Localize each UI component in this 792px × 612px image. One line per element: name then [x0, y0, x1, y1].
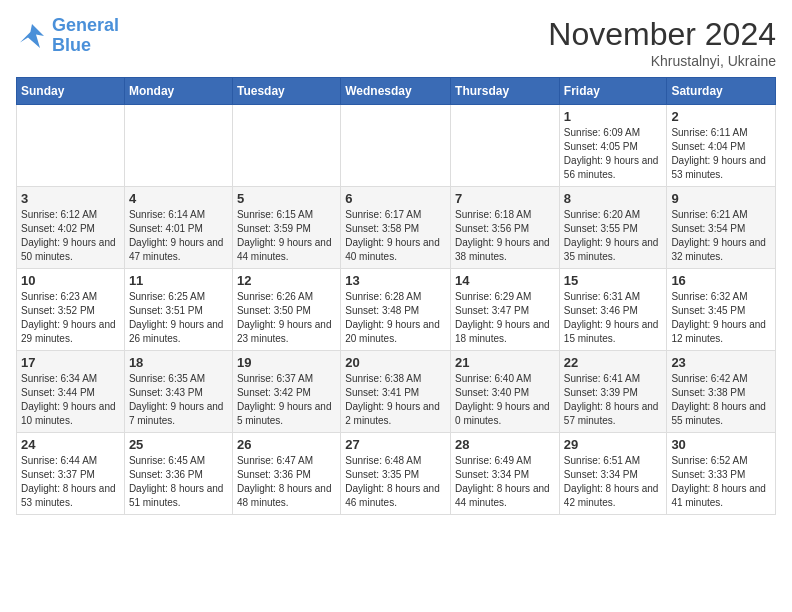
calendar-cell: 6Sunrise: 6:17 AM Sunset: 3:58 PM Daylig…: [341, 187, 451, 269]
calendar-cell: 12Sunrise: 6:26 AM Sunset: 3:50 PM Dayli…: [232, 269, 340, 351]
calendar-cell: 10Sunrise: 6:23 AM Sunset: 3:52 PM Dayli…: [17, 269, 125, 351]
day-info: Sunrise: 6:18 AM Sunset: 3:56 PM Dayligh…: [455, 208, 555, 264]
calendar-cell: [232, 105, 340, 187]
day-number: 16: [671, 273, 771, 288]
day-number: 29: [564, 437, 663, 452]
calendar-cell: 26Sunrise: 6:47 AM Sunset: 3:36 PM Dayli…: [232, 433, 340, 515]
calendar-cell: 18Sunrise: 6:35 AM Sunset: 3:43 PM Dayli…: [124, 351, 232, 433]
calendar-cell: 28Sunrise: 6:49 AM Sunset: 3:34 PM Dayli…: [451, 433, 560, 515]
calendar-cell: 11Sunrise: 6:25 AM Sunset: 3:51 PM Dayli…: [124, 269, 232, 351]
weekday-header: Saturday: [667, 78, 776, 105]
day-number: 23: [671, 355, 771, 370]
day-number: 22: [564, 355, 663, 370]
day-info: Sunrise: 6:31 AM Sunset: 3:46 PM Dayligh…: [564, 290, 663, 346]
weekday-header: Friday: [559, 78, 667, 105]
day-info: Sunrise: 6:37 AM Sunset: 3:42 PM Dayligh…: [237, 372, 336, 428]
day-number: 7: [455, 191, 555, 206]
month-title: November 2024: [548, 16, 776, 53]
day-number: 27: [345, 437, 446, 452]
day-info: Sunrise: 6:14 AM Sunset: 4:01 PM Dayligh…: [129, 208, 228, 264]
day-info: Sunrise: 6:34 AM Sunset: 3:44 PM Dayligh…: [21, 372, 120, 428]
logo: General Blue: [16, 16, 119, 56]
day-info: Sunrise: 6:44 AM Sunset: 3:37 PM Dayligh…: [21, 454, 120, 510]
calendar-cell: 7Sunrise: 6:18 AM Sunset: 3:56 PM Daylig…: [451, 187, 560, 269]
calendar-cell: 13Sunrise: 6:28 AM Sunset: 3:48 PM Dayli…: [341, 269, 451, 351]
calendar-cell: 4Sunrise: 6:14 AM Sunset: 4:01 PM Daylig…: [124, 187, 232, 269]
calendar-cell: 23Sunrise: 6:42 AM Sunset: 3:38 PM Dayli…: [667, 351, 776, 433]
location: Khrustalnyi, Ukraine: [548, 53, 776, 69]
day-info: Sunrise: 6:45 AM Sunset: 3:36 PM Dayligh…: [129, 454, 228, 510]
day-info: Sunrise: 6:26 AM Sunset: 3:50 PM Dayligh…: [237, 290, 336, 346]
day-number: 26: [237, 437, 336, 452]
day-number: 30: [671, 437, 771, 452]
day-number: 25: [129, 437, 228, 452]
calendar-cell: 27Sunrise: 6:48 AM Sunset: 3:35 PM Dayli…: [341, 433, 451, 515]
day-number: 13: [345, 273, 446, 288]
calendar-header: SundayMondayTuesdayWednesdayThursdayFrid…: [17, 78, 776, 105]
day-info: Sunrise: 6:17 AM Sunset: 3:58 PM Dayligh…: [345, 208, 446, 264]
day-info: Sunrise: 6:21 AM Sunset: 3:54 PM Dayligh…: [671, 208, 771, 264]
calendar-cell: 1Sunrise: 6:09 AM Sunset: 4:05 PM Daylig…: [559, 105, 667, 187]
day-info: Sunrise: 6:12 AM Sunset: 4:02 PM Dayligh…: [21, 208, 120, 264]
day-info: Sunrise: 6:51 AM Sunset: 3:34 PM Dayligh…: [564, 454, 663, 510]
day-info: Sunrise: 6:52 AM Sunset: 3:33 PM Dayligh…: [671, 454, 771, 510]
day-number: 11: [129, 273, 228, 288]
calendar-cell: 14Sunrise: 6:29 AM Sunset: 3:47 PM Dayli…: [451, 269, 560, 351]
day-info: Sunrise: 6:23 AM Sunset: 3:52 PM Dayligh…: [21, 290, 120, 346]
svg-marker-0: [20, 24, 44, 48]
day-info: Sunrise: 6:41 AM Sunset: 3:39 PM Dayligh…: [564, 372, 663, 428]
calendar-cell: 22Sunrise: 6:41 AM Sunset: 3:39 PM Dayli…: [559, 351, 667, 433]
calendar-cell: 3Sunrise: 6:12 AM Sunset: 4:02 PM Daylig…: [17, 187, 125, 269]
day-info: Sunrise: 6:47 AM Sunset: 3:36 PM Dayligh…: [237, 454, 336, 510]
calendar-cell: [17, 105, 125, 187]
day-info: Sunrise: 6:32 AM Sunset: 3:45 PM Dayligh…: [671, 290, 771, 346]
calendar-cell: 21Sunrise: 6:40 AM Sunset: 3:40 PM Dayli…: [451, 351, 560, 433]
day-info: Sunrise: 6:15 AM Sunset: 3:59 PM Dayligh…: [237, 208, 336, 264]
weekday-header: Thursday: [451, 78, 560, 105]
day-number: 12: [237, 273, 336, 288]
day-info: Sunrise: 6:38 AM Sunset: 3:41 PM Dayligh…: [345, 372, 446, 428]
calendar-cell: 19Sunrise: 6:37 AM Sunset: 3:42 PM Dayli…: [232, 351, 340, 433]
day-info: Sunrise: 6:25 AM Sunset: 3:51 PM Dayligh…: [129, 290, 228, 346]
title-block: November 2024 Khrustalnyi, Ukraine: [548, 16, 776, 69]
calendar-cell: 15Sunrise: 6:31 AM Sunset: 3:46 PM Dayli…: [559, 269, 667, 351]
calendar-body: 1Sunrise: 6:09 AM Sunset: 4:05 PM Daylig…: [17, 105, 776, 515]
day-number: 20: [345, 355, 446, 370]
calendar-cell: 25Sunrise: 6:45 AM Sunset: 3:36 PM Dayli…: [124, 433, 232, 515]
weekday-header: Monday: [124, 78, 232, 105]
day-number: 18: [129, 355, 228, 370]
day-info: Sunrise: 6:49 AM Sunset: 3:34 PM Dayligh…: [455, 454, 555, 510]
day-info: Sunrise: 6:28 AM Sunset: 3:48 PM Dayligh…: [345, 290, 446, 346]
logo-text: General Blue: [52, 16, 119, 56]
day-number: 14: [455, 273, 555, 288]
weekday-header: Tuesday: [232, 78, 340, 105]
calendar-cell: 5Sunrise: 6:15 AM Sunset: 3:59 PM Daylig…: [232, 187, 340, 269]
calendar-cell: 29Sunrise: 6:51 AM Sunset: 3:34 PM Dayli…: [559, 433, 667, 515]
day-info: Sunrise: 6:42 AM Sunset: 3:38 PM Dayligh…: [671, 372, 771, 428]
calendar-table: SundayMondayTuesdayWednesdayThursdayFrid…: [16, 77, 776, 515]
day-number: 2: [671, 109, 771, 124]
calendar-cell: [124, 105, 232, 187]
day-info: Sunrise: 6:20 AM Sunset: 3:55 PM Dayligh…: [564, 208, 663, 264]
day-number: 9: [671, 191, 771, 206]
day-number: 10: [21, 273, 120, 288]
day-number: 3: [21, 191, 120, 206]
day-number: 15: [564, 273, 663, 288]
day-number: 19: [237, 355, 336, 370]
day-info: Sunrise: 6:35 AM Sunset: 3:43 PM Dayligh…: [129, 372, 228, 428]
calendar-cell: 2Sunrise: 6:11 AM Sunset: 4:04 PM Daylig…: [667, 105, 776, 187]
day-info: Sunrise: 6:29 AM Sunset: 3:47 PM Dayligh…: [455, 290, 555, 346]
calendar-cell: 8Sunrise: 6:20 AM Sunset: 3:55 PM Daylig…: [559, 187, 667, 269]
day-info: Sunrise: 6:09 AM Sunset: 4:05 PM Dayligh…: [564, 126, 663, 182]
logo-icon: [16, 20, 48, 52]
day-info: Sunrise: 6:48 AM Sunset: 3:35 PM Dayligh…: [345, 454, 446, 510]
day-number: 24: [21, 437, 120, 452]
page-header: General Blue November 2024 Khrustalnyi, …: [16, 16, 776, 69]
calendar-cell: 9Sunrise: 6:21 AM Sunset: 3:54 PM Daylig…: [667, 187, 776, 269]
day-number: 28: [455, 437, 555, 452]
calendar-cell: 20Sunrise: 6:38 AM Sunset: 3:41 PM Dayli…: [341, 351, 451, 433]
day-info: Sunrise: 6:40 AM Sunset: 3:40 PM Dayligh…: [455, 372, 555, 428]
day-number: 1: [564, 109, 663, 124]
day-number: 8: [564, 191, 663, 206]
day-number: 17: [21, 355, 120, 370]
